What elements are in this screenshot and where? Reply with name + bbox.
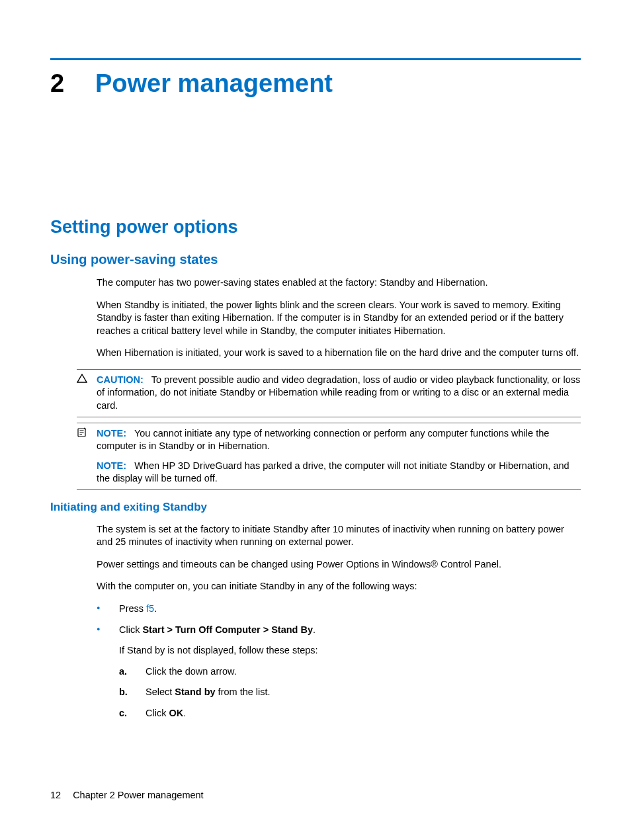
page-number: 12 <box>50 790 61 800</box>
top-rule <box>50 58 581 60</box>
caution-label: CAUTION: <box>97 374 144 385</box>
page-footer: 12Chapter 2 Power management <box>50 790 204 800</box>
note-label: NOTE: <box>97 428 126 439</box>
subsection-heading: Using power-saving states <box>50 252 581 267</box>
ui-element: Stand by <box>175 687 215 697</box>
menu-path: Start > Turn Off Computer > Stand By <box>142 624 313 635</box>
note-icon <box>77 427 97 441</box>
paragraph: The system is set at the factory to init… <box>97 523 581 549</box>
ordered-item: b. Select Stand by from the list. <box>119 686 581 699</box>
subsubsection-heading: Initiating and exiting Standby <box>50 501 581 514</box>
caution-icon <box>77 374 97 386</box>
step-label: c. <box>119 707 127 720</box>
svg-marker-0 <box>77 374 87 382</box>
caution-callout: CAUTION: To prevent possible audio and v… <box>77 369 581 417</box>
note-label: NOTE: <box>97 460 126 471</box>
paragraph: The computer has two power-saving states… <box>97 276 581 290</box>
step-text: Click the down arrow. <box>146 666 237 677</box>
chapter-title: 2 Power management <box>50 69 581 98</box>
bullet-list: Press f5. Click Start > Turn Off Compute… <box>97 603 581 720</box>
list-text: Press <box>119 603 146 614</box>
note-text: When HP 3D DriveGuard has parked a drive… <box>97 460 569 484</box>
chapter-heading: Power management <box>95 69 333 98</box>
ordered-item: c. Click OK. <box>119 707 581 720</box>
section-heading: Setting power options <box>50 217 581 237</box>
sub-paragraph: If Stand by is not displayed, follow the… <box>119 644 581 657</box>
paragraph: When Standby is initiated, the power lig… <box>97 299 581 338</box>
step-label: b. <box>119 686 128 699</box>
ordered-item: a. Click the down arrow. <box>119 665 581 679</box>
ui-element: OK <box>169 708 183 718</box>
list-item: Press f5. <box>97 603 581 616</box>
footer-chapter: Chapter 2 Power management <box>73 790 203 800</box>
paragraph: Power settings and timeouts can be chang… <box>97 558 581 571</box>
ordered-list: a. Click the down arrow. b. Select Stand… <box>119 665 581 720</box>
note-callout: NOTE: You cannot initiate any type of ne… <box>77 423 581 490</box>
note-text: You cannot initiate any type of networki… <box>97 428 549 452</box>
chapter-number: 2 <box>50 69 95 98</box>
list-text: Click <box>119 624 142 635</box>
step-label: a. <box>119 665 127 679</box>
list-item: Click Start > Turn Off Computer > Stand … <box>97 624 581 720</box>
key-reference: f5 <box>146 603 154 614</box>
paragraph: When Hibernation is initiated, your work… <box>97 347 581 360</box>
paragraph: With the computer on, you can initiate S… <box>97 580 581 593</box>
caution-text: To prevent possible audio and video degr… <box>97 374 580 411</box>
